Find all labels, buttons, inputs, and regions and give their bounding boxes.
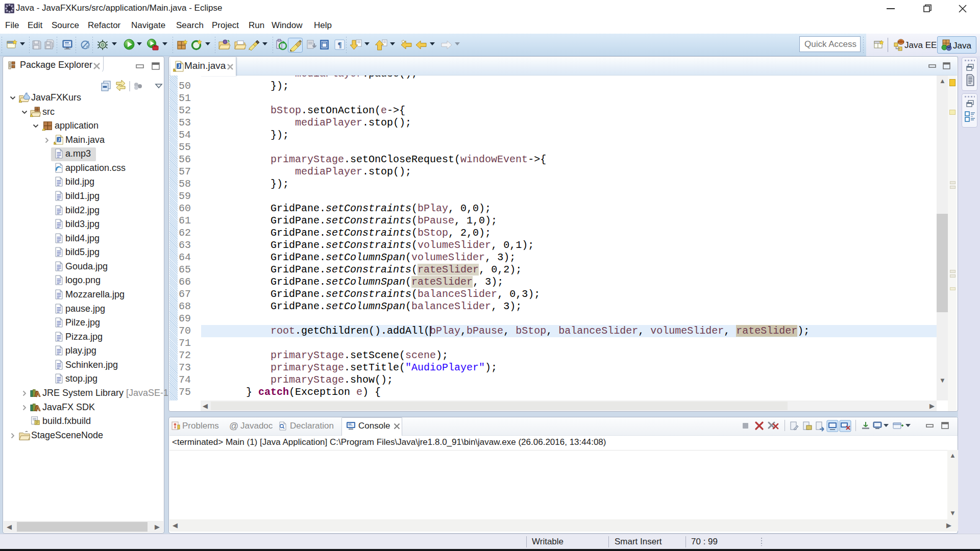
svg-text:¶: ¶ [337,41,341,49]
